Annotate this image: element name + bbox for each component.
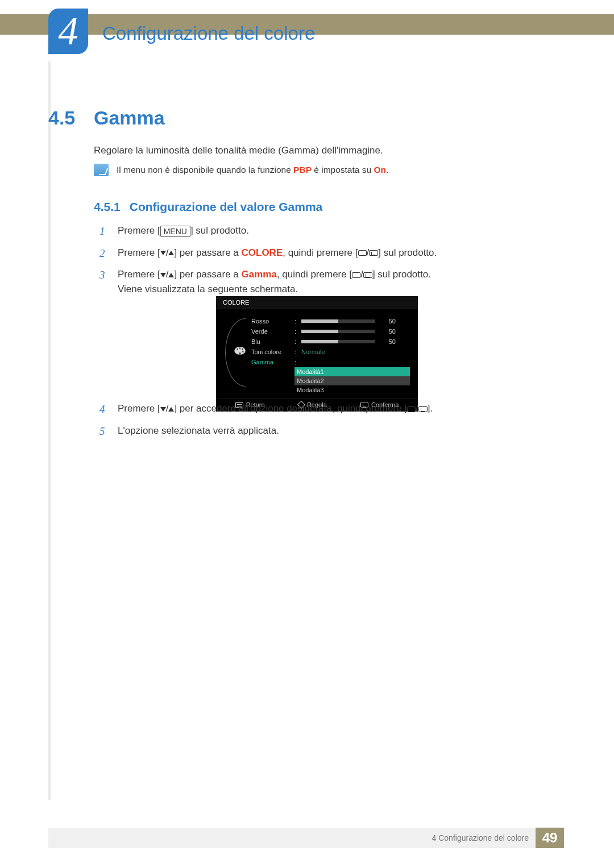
svg-point-3 [242, 348, 243, 350]
osd-label: Blu [251, 338, 291, 345]
section-number: 4.5 [48, 107, 75, 129]
chapter-title: Configurazione del colore [102, 23, 315, 44]
t: Premere [ [118, 225, 160, 236]
steps-list-2: 4 Premere [/] per accedere all'opzione d… [99, 401, 532, 445]
t: ] per passare a [174, 247, 241, 258]
up-icon [168, 407, 174, 412]
osd-value: 50 [379, 328, 396, 335]
svg-point-2 [239, 347, 241, 349]
left-rule [48, 61, 51, 800]
subsection-title: Configurazione del valore Gamma [130, 200, 323, 214]
page-number-badge: 49 [536, 828, 564, 848]
subsection-number: 4.5.1 [94, 200, 121, 214]
down-icon [160, 273, 166, 277]
t: , quindi premere [ [283, 247, 358, 258]
t: Viene visualizzata la seguente schermata… [118, 284, 298, 294]
down-icon [160, 251, 166, 255]
step-1: 1 Premere [MENU] sul prodotto. [99, 223, 532, 240]
t: L'opzione selezionata verrà applicata. [118, 423, 532, 438]
t: , quindi premere [ [277, 269, 352, 280]
step-number: 1 [99, 223, 107, 240]
osd-value: 50 [379, 338, 396, 345]
section-title: Gamma [94, 107, 165, 129]
hl-gamma: Gamma [242, 269, 277, 280]
note-mid: è impostata su [312, 165, 374, 175]
hl-colore: COLORE [242, 247, 283, 258]
enter-icon [369, 250, 378, 256]
chapter-number-badge: 4 [48, 9, 88, 54]
osd-option: Modalità2 [294, 376, 410, 385]
osd-slider [301, 340, 375, 343]
menu-key-icon: MENU [160, 226, 190, 237]
note-post: . [386, 165, 388, 175]
osd-row-blu: Blu : 50 [251, 337, 410, 347]
svg-point-4 [242, 351, 244, 352]
osd-slider [301, 319, 375, 323]
osd-label: Rosso [251, 318, 291, 325]
footer-bar: 4 Configurazione del colore 49 [48, 828, 564, 848]
enter-icon [418, 406, 428, 412]
note-hl-pbp: PBP [293, 165, 312, 175]
down-icon [160, 407, 166, 412]
osd-row-verde: Verde : 50 [251, 326, 410, 337]
palette-icon [234, 346, 246, 355]
note-text: Il menu non è disponibile quando la funz… [117, 165, 388, 175]
t: Premere [ [118, 403, 160, 414]
step-3: 3 Premere [/] per passare a Gamma, quind… [99, 267, 532, 296]
note-row: Il menu non è disponibile quando la funz… [94, 164, 388, 176]
osd-option: Modalità3 [294, 385, 410, 394]
note-hl-on: On [374, 165, 386, 175]
step-number: 3 [99, 267, 107, 284]
osd-row-gamma: Gamma : [251, 357, 410, 367]
step-number: 4 [99, 401, 107, 418]
source-icon [407, 406, 416, 412]
osd-label: Gamma [251, 359, 291, 366]
osd-label: Toni colore [251, 348, 291, 355]
step-2: 2 Premere [/] per passare a COLORE, quin… [99, 246, 532, 262]
step-number: 5 [99, 423, 107, 440]
t: ] sul prodotto. [372, 269, 431, 280]
svg-point-1 [237, 348, 238, 350]
steps-list: 1 Premere [MENU] sul prodotto. 2 Premere… [99, 223, 532, 302]
note-icon [94, 164, 109, 176]
osd-label: Verde [251, 328, 291, 335]
osd-row-toni: Toni colore : Normale [251, 347, 410, 357]
t: ] sul prodotto. [378, 247, 437, 258]
osd-value: Normale [301, 348, 325, 355]
t: ] per accedere all'opzione desiderata, q… [174, 403, 407, 414]
osd-arc [225, 318, 246, 387]
t: ]. [428, 403, 433, 414]
osd-gamma-options: Modalità1 Modalità2 Modalità3 [294, 367, 410, 394]
section-intro: Regolare la luminosità delle tonalità me… [94, 145, 383, 156]
source-icon [352, 272, 360, 278]
osd-screenshot: COLORE Rosso : 50 Verde : 50 B [216, 296, 418, 412]
t: Premere [ [118, 247, 160, 258]
source-icon [358, 250, 367, 256]
enter-icon [363, 272, 372, 278]
step-5: 5 L'opzione selezionata verrà applicata. [99, 423, 532, 440]
t: ] sul prodotto. [190, 225, 249, 236]
subsection-heading: 4.5.1 Configurazione del valore Gamma [94, 200, 322, 214]
osd-title: COLORE [216, 296, 418, 309]
osd-value: 50 [379, 318, 396, 325]
osd-slider [301, 330, 375, 333]
osd-option: Modalità1 [294, 367, 410, 376]
t: Premere [ [118, 269, 160, 280]
osd-row-rosso: Rosso : 50 [251, 316, 410, 326]
up-icon [168, 251, 174, 255]
up-icon [168, 273, 174, 277]
note-pre: Il menu non è disponibile quando la funz… [117, 165, 293, 175]
step-number: 2 [99, 246, 107, 262]
footer-text: 4 Configurazione del colore [432, 833, 529, 842]
step-4: 4 Premere [/] per accedere all'opzione d… [99, 401, 532, 418]
t: ] per passare a [174, 269, 241, 280]
